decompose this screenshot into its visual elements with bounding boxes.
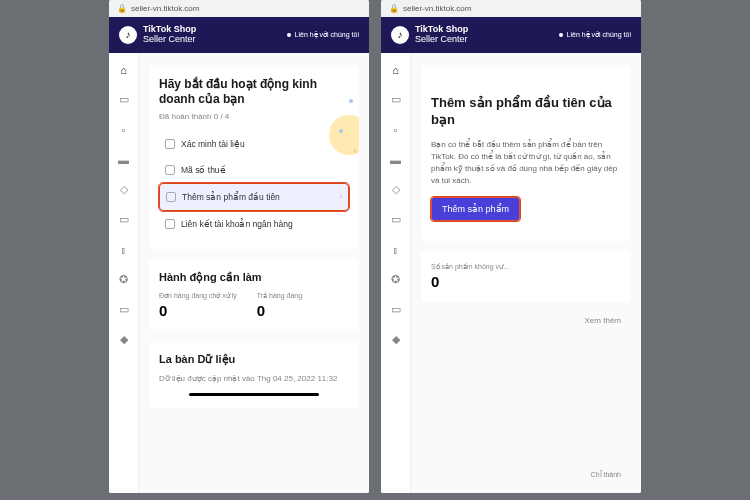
header: ♪ TikTok Shop Seller Center Liên hệ với … (109, 17, 369, 53)
medal-icon[interactable]: ✪ (389, 273, 403, 287)
medal-icon[interactable]: ✪ (117, 273, 131, 287)
phone-right: 🔒 seller-vn.tiktok.com ♪ TikTok Shop Sel… (381, 0, 641, 493)
view-more-link[interactable]: Xem thêm (421, 312, 631, 329)
product-icon (166, 192, 176, 202)
sidebar: ⌂ ▭ ▫ ▬ ◇ ▭ ⫾ ✪ ▭ ◆ (381, 53, 411, 493)
brand-text: TikTok Shop Seller Center (415, 25, 468, 45)
divider-bar (189, 393, 319, 396)
doc-icon (165, 139, 175, 149)
task-bank[interactable]: Liên kết tài khoản ngân hàng (159, 211, 349, 237)
hash-icon (165, 165, 175, 175)
todo-title: Hành động cần làm (159, 271, 349, 284)
brand-text: TikTok Shop Seller Center (143, 25, 196, 45)
orders-icon[interactable]: ▭ (117, 93, 131, 107)
todo-card: Hành động cần làm Đơn hàng đang chờ xử l… (149, 259, 359, 331)
add-product-desc: Bạn có thể bắt đầu thêm sản phẩm để bán … (431, 139, 621, 187)
url-bar: 🔒 seller-vn.tiktok.com (109, 0, 369, 17)
sidebar: ⌂ ▭ ▫ ▬ ◇ ▭ ⫾ ✪ ▭ ◆ (109, 53, 139, 493)
gem-icon[interactable]: ◆ (117, 333, 131, 347)
truck-icon[interactable]: ▬ (389, 153, 403, 167)
add-product-button[interactable]: Thêm sản phẩm (431, 197, 520, 221)
tiktok-logo-icon: ♪ (391, 26, 409, 44)
footer-text: Chỉ thành (421, 469, 631, 481)
tag-icon[interactable]: ◇ (117, 183, 131, 197)
data-title: La bàn Dữ liệu (159, 353, 349, 366)
home-icon[interactable]: ⌂ (117, 63, 131, 77)
chart-icon[interactable]: ⫾ (117, 243, 131, 257)
tiktok-logo-icon: ♪ (119, 26, 137, 44)
message-icon[interactable]: ▭ (117, 303, 131, 317)
header: ♪ TikTok Shop Seller Center Liên hệ với … (381, 17, 641, 53)
add-product-title: Thêm sản phẩm đầu tiên của bạn (431, 95, 621, 129)
box-icon[interactable]: ▫ (117, 123, 131, 137)
phone-left: 🔒 seller-vn.tiktok.com ♪ TikTok Shop Sel… (109, 0, 369, 493)
todo-card: Số sản phẩm không vư… 0 (421, 251, 631, 302)
task-add-product[interactable]: Thêm sản phẩm đầu tiên› (159, 183, 349, 211)
card-icon[interactable]: ▭ (389, 213, 403, 227)
tag-icon[interactable]: ◇ (389, 183, 403, 197)
main-left: Hãy bắt đầu hoạt động kinh doanh của bạn… (139, 53, 369, 493)
metric-products: Số sản phẩm không vư… 0 (431, 263, 510, 290)
add-product-card: Thêm sản phẩm đầu tiên của bạn Bạn có th… (421, 65, 631, 241)
chevron-right-icon: › (340, 193, 342, 200)
header-contact[interactable]: Liên hệ với chúng tôi (559, 31, 631, 39)
header-contact[interactable]: Liên hệ với chúng tôi (287, 31, 359, 39)
data-compass-card: La bàn Dữ liệu Dữ liệu được cập nhật vào… (149, 341, 359, 408)
orders-icon[interactable]: ▭ (389, 93, 403, 107)
url-text: seller-vn.tiktok.com (403, 4, 471, 13)
truck-icon[interactable]: ▬ (117, 153, 131, 167)
main-right: Thêm sản phẩm đầu tiên của bạn Bạn có th… (411, 53, 641, 493)
data-sub: Dữ liệu được cập nhật vào Thg 04 25, 202… (159, 374, 349, 383)
illustration (321, 95, 359, 185)
lock-icon: 🔒 (117, 4, 127, 13)
metric-pending: Đơn hàng đang chờ xử lý 0 (159, 292, 237, 319)
bank-icon (165, 219, 175, 229)
gem-icon[interactable]: ◆ (389, 333, 403, 347)
onboarding-card: Hãy bắt đầu hoạt động kinh doanh của bạn… (149, 65, 359, 249)
lock-icon: 🔒 (389, 4, 399, 13)
metric-returns: Trả hàng đang 0 (257, 292, 302, 319)
home-icon[interactable]: ⌂ (389, 63, 403, 77)
url-bar: 🔒 seller-vn.tiktok.com (381, 0, 641, 17)
message-icon[interactable]: ▭ (389, 303, 403, 317)
chart-icon[interactable]: ⫾ (389, 243, 403, 257)
url-text: seller-vn.tiktok.com (131, 4, 199, 13)
card-icon[interactable]: ▭ (117, 213, 131, 227)
box-icon[interactable]: ▫ (389, 123, 403, 137)
